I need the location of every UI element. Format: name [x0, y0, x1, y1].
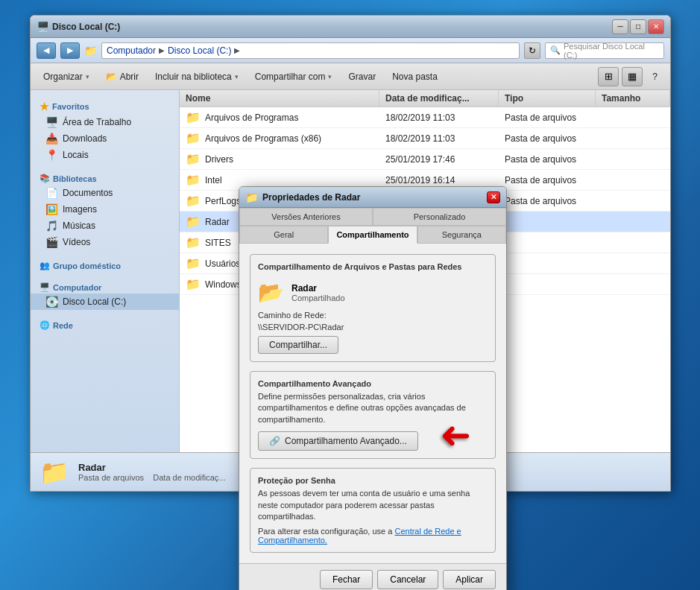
dialog-tabs-row2: Geral Compartilhamento Segurança	[239, 226, 506, 244]
fechar-button[interactable]: Fechar	[320, 570, 373, 589]
avancado-icon: 🔗	[269, 436, 280, 446]
folder-info-name: Radar	[291, 283, 345, 294]
avancado-btn-label: Compartilhamento Avançado...	[285, 436, 407, 446]
avancado-btn[interactable]: 🔗 Compartilhamento Avançado...	[258, 431, 418, 451]
dialog-tabs-row1: Versões Anteriores Personalizado	[239, 208, 506, 226]
senha-title: Proteção por Senha	[258, 476, 488, 485]
dialog-title-bar: 📁 Propriedades de Radar ✕	[239, 187, 506, 208]
red-arrow: ➜	[440, 413, 471, 457]
tab-seguranca[interactable]: Segurança	[417, 226, 506, 244]
senha-link-text: Para alterar esta configuração, use a Ce…	[258, 527, 488, 545]
dialog-title-icon: 📁	[245, 191, 258, 203]
folder-info: 📂 Radar Compartilhado	[258, 277, 488, 308]
folder-info-text: Radar Compartilhado	[291, 283, 345, 302]
folder-info-status: Compartilhado	[291, 294, 345, 302]
caminho-value: \\SERVIDOR-PC\Radar	[258, 323, 488, 332]
tab-geral[interactable]: Geral	[239, 226, 328, 244]
avancado-title: Compartilhamento Avançado	[258, 379, 488, 388]
section-title: Compartilhamento de Arquivos e Pastas pa…	[258, 262, 488, 271]
dialog-title: Propriedades de Radar	[262, 192, 482, 203]
share-btn-row: Compartilhar...	[258, 336, 488, 354]
section-senha: Proteção por Senha As pessoas devem ter …	[250, 468, 496, 553]
caminho-label: Caminho de Rede:	[258, 311, 488, 320]
aplicar-button[interactable]: Aplicar	[443, 570, 496, 589]
tab-compartilhamento[interactable]: Compartilhamento	[328, 226, 417, 244]
properties-dialog: 📁 Propriedades de Radar ✕ Versões Anteri…	[239, 186, 507, 590]
folder-info-icon: 📂	[258, 280, 284, 305]
section-compartilhamento: Compartilhamento de Arquivos e Pastas pa…	[250, 254, 496, 362]
dialog-footer: Fechar Cancelar Aplicar	[239, 563, 506, 590]
tab-versoes[interactable]: Versões Anteriores	[239, 208, 373, 226]
tab-personalizado[interactable]: Personalizado	[373, 208, 506, 226]
dialog-overlay: 📁 Propriedades de Radar ✕ Versões Anteri…	[0, 0, 700, 590]
senha-desc: As pessoas devem ter uma conta de usuári…	[258, 488, 488, 522]
cancelar-button[interactable]: Cancelar	[377, 570, 438, 589]
dialog-close-button[interactable]: ✕	[487, 191, 500, 203]
compartilhar-btn[interactable]: Compartilhar...	[258, 336, 338, 354]
dialog-body: Compartilhamento de Arquivos e Pastas pa…	[239, 244, 506, 563]
